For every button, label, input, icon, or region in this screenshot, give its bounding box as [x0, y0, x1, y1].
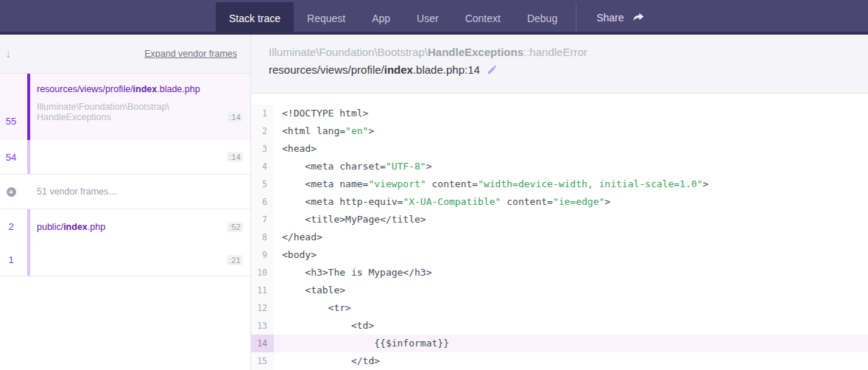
- line-number: 2: [251, 122, 274, 140]
- top-navbar: Stack traceRequestAppUserContextDebug Sh…: [0, 0, 868, 35]
- frame-number-col: 1: [0, 244, 22, 276]
- code-line-2: 2<html lang="en">: [251, 122, 868, 140]
- previous-frame-icon[interactable]: ↑: [0, 47, 1, 60]
- code-line-5: 5 <meta name="viewport" content="width=d…: [251, 175, 868, 193]
- code-line-10: 10 <h3>The is Mypage</h3>: [251, 264, 868, 282]
- frame-number: 2: [8, 221, 13, 232]
- tab-request[interactable]: Request: [294, 2, 359, 35]
- code-text: <title>MyPage</title>: [274, 211, 426, 228]
- line-number: 3: [251, 140, 274, 158]
- vendor-frames-body: 51 vendor frames…: [30, 175, 250, 209]
- method-name: ::handleError: [523, 46, 588, 58]
- file-path-text: resources/views/profile/index.blade.php:…: [269, 63, 480, 76]
- line-number: 4: [251, 158, 274, 175]
- code-line-3: 3<head>: [251, 140, 868, 158]
- stack-frame-1[interactable]: 1:21: [0, 244, 250, 276]
- share-label: Share: [596, 12, 624, 24]
- line-number: 8: [251, 228, 274, 246]
- class-name: HandleExceptions: [428, 46, 523, 58]
- tab-stack-trace[interactable]: Stack trace: [216, 2, 294, 35]
- line-number: 6: [251, 193, 274, 211]
- nav-divider: [576, 4, 576, 32]
- code-text: <table>: [274, 282, 345, 299]
- next-frame-icon[interactable]: ↓: [5, 47, 11, 60]
- code-text: <head>: [274, 140, 317, 158]
- code-text: <td>: [274, 317, 374, 335]
- frame-header: Illuminate\Foundation\Bootstrap\HandleEx…: [251, 35, 868, 93]
- line-number: 9: [251, 246, 274, 264]
- frame-accent-bar: [27, 244, 30, 276]
- tab-debug[interactable]: Debug: [514, 2, 571, 35]
- frame-body: :21: [30, 244, 250, 276]
- content-area: ↑ ↓ Expand vendor frames 55resources/vie…: [0, 35, 868, 370]
- frame-meta: Illuminate\Foundation\Bootstrap\HandleEx…: [37, 102, 243, 122]
- frame-number: 55: [6, 116, 16, 127]
- code-text: </td>: [274, 352, 380, 370]
- line-number: 14: [251, 335, 274, 352]
- class-prefix: Illuminate\Foundation\Bootstrap\: [269, 46, 428, 58]
- code-text: <!DOCTYPE html>: [274, 105, 368, 122]
- code-line-15: 15 </td>: [251, 352, 868, 370]
- code-line-8: 8</head>: [251, 228, 868, 246]
- frame-number-col: 2: [0, 209, 22, 244]
- frame-line-number-chip: :14: [227, 112, 243, 122]
- frame-line-number-chip: :52: [227, 222, 243, 232]
- code-line-1: 1<!DOCTYPE html>: [251, 105, 868, 122]
- code-line-14: 14 {{$informat}}: [251, 335, 868, 352]
- main-panel: Illuminate\Foundation\Bootstrap\HandleEx…: [251, 35, 868, 370]
- code-text: </head>: [274, 228, 322, 246]
- code-text: <h3>The is Mypage</h3>: [274, 264, 432, 282]
- code-line-12: 12 <tr>: [251, 299, 868, 317]
- expand-vendor-frames-link[interactable]: Expand vendor frames: [144, 49, 237, 59]
- stack-frame-2[interactable]: 2public/index.php:52: [0, 209, 250, 244]
- line-number: 11: [251, 282, 274, 299]
- stack-trace-sidebar: ↑ ↓ Expand vendor frames 55resources/vie…: [0, 35, 251, 370]
- frame-number-col: 55: [0, 74, 22, 140]
- share-button[interactable]: Share: [596, 0, 644, 35]
- code-line-11: 11 <table>: [251, 282, 868, 299]
- tab-user[interactable]: User: [403, 2, 452, 35]
- line-number: 5: [251, 175, 274, 193]
- tab-context[interactable]: Context: [452, 2, 514, 35]
- frame-file-path: resources/views/profile/index.blade.php: [37, 84, 243, 94]
- stack-frame-55[interactable]: 55resources/views/profile/index.blade.ph…: [0, 74, 250, 140]
- line-number: 7: [251, 211, 274, 228]
- vendor-expander-iconcol: +: [0, 175, 22, 209]
- frame-accent-bar: [27, 74, 30, 140]
- code-text: <meta charset="UTF-8">: [274, 158, 432, 175]
- frame-body: resources/views/profile/index.blade.phpI…: [30, 74, 250, 140]
- code-text: <meta http-equiv="X-UA-Compatible" conte…: [274, 193, 610, 211]
- ignition-error-page: Stack traceRequestAppUserContextDebug Sh…: [0, 0, 868, 370]
- expand-plus-icon[interactable]: +: [7, 187, 16, 197]
- code-line-13: 13 <td>: [251, 317, 868, 335]
- frame-accent-bar: [27, 140, 30, 174]
- frame-class-name: Illuminate\Foundation\Bootstrap\HandleEx…: [37, 102, 169, 122]
- frame-number: 54: [6, 152, 16, 163]
- code-text: <meta name="viewport" content="width=dev…: [274, 175, 708, 193]
- code-text: <tr>: [274, 299, 351, 317]
- tab-app[interactable]: App: [359, 2, 403, 35]
- nav-tabs: Stack traceRequestAppUserContextDebug: [216, 0, 571, 35]
- code-line-4: 4 <meta charset="UTF-8">: [251, 158, 868, 175]
- frame-body: :14: [30, 140, 250, 174]
- frame-file-path: public/index.php: [37, 222, 105, 232]
- frames-list: 55resources/views/profile/index.blade.ph…: [0, 74, 250, 276]
- sidebar-header: ↑ ↓ Expand vendor frames: [0, 35, 250, 74]
- share-icon: [632, 12, 645, 23]
- frame-number: 1: [8, 254, 13, 265]
- frame-line-number-chip: :14: [227, 152, 243, 162]
- code-lines: 1<!DOCTYPE html>2<html lang="en">3<head>…: [251, 105, 868, 370]
- frame-file-path: resources/views/profile/index.blade.php:…: [269, 63, 868, 76]
- frame-line-number-chip: :21: [227, 255, 243, 265]
- frame-nav-arrows: ↑ ↓: [0, 47, 11, 60]
- code-text: <html lang="en">: [274, 122, 374, 140]
- code-text: {{$informat}}: [274, 335, 449, 352]
- code-line-7: 7 <title>MyPage</title>: [251, 211, 868, 228]
- line-number: 10: [251, 264, 274, 282]
- edit-in-editor-icon[interactable]: [487, 64, 498, 75]
- vendor-frames-label: 51 vendor frames…: [37, 186, 118, 197]
- stack-frame-54[interactable]: 54:14: [0, 140, 250, 174]
- vendor-frames-expander[interactable]: +51 vendor frames…: [0, 174, 250, 209]
- line-number: 1: [251, 105, 274, 122]
- line-number: 13: [251, 317, 274, 335]
